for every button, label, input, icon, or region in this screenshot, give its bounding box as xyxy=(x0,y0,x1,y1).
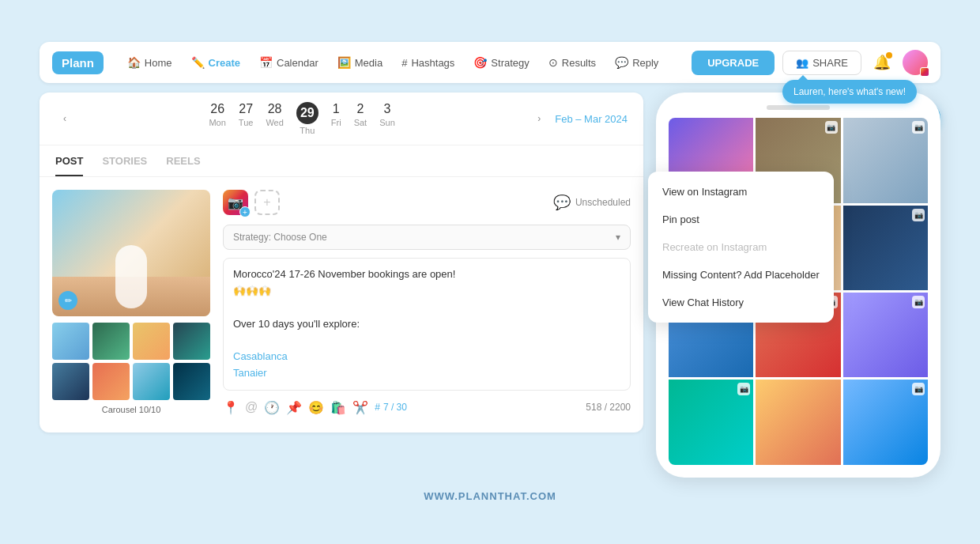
grid-photo-11[interactable] xyxy=(756,380,840,464)
chat-bubble-icon: 💬 xyxy=(553,194,571,211)
shopping-icon[interactable]: 🛍️ xyxy=(330,400,346,415)
calendar-day-fri[interactable]: 1 Fri xyxy=(331,102,341,135)
nav-item-hashtags[interactable]: # Hashtags xyxy=(394,52,462,74)
calendar-next-button[interactable]: › xyxy=(530,109,548,128)
emoji-icon[interactable]: 😊 xyxy=(308,400,324,415)
nav-item-create[interactable]: ✏️ Create xyxy=(183,51,248,74)
left-panel: ‹ 26 Mon 27 Tue 28 Wed xyxy=(40,93,643,433)
calendar-bar: ‹ 26 Mon 27 Tue 28 Wed xyxy=(40,93,643,145)
char-count: 518 / 2200 xyxy=(586,402,631,413)
grid-photo-9[interactable]: 📷 xyxy=(843,293,928,377)
add-account-button[interactable]: + xyxy=(254,190,280,215)
right-panel: 🔍 📷 📷 📷 📷 xyxy=(656,93,940,477)
ig-badge-3: 📷 xyxy=(912,121,925,134)
post-content: ✏ Carousel 10/10 xyxy=(40,177,643,433)
calendar-day-mon[interactable]: 26 Mon xyxy=(209,102,225,135)
nav-items: 🏠 Home ✏️ Create 📅 Calendar 🖼️ Media # H… xyxy=(119,51,692,74)
nav-logo[interactable]: Plann xyxy=(52,51,104,74)
thumb-1[interactable] xyxy=(52,323,89,360)
strategy-icon: 🎯 xyxy=(473,56,487,69)
nav-item-results[interactable]: ⊙ Results xyxy=(541,51,604,74)
location-icon[interactable]: 📍 xyxy=(223,400,239,415)
thumb-8[interactable] xyxy=(173,363,210,400)
upgrade-button[interactable]: UPGRADE xyxy=(692,51,775,75)
hashtag-icon: # xyxy=(401,57,407,69)
carousel-label: Carousel 10/10 xyxy=(52,405,210,414)
nav-item-calendar[interactable]: 📅 Calendar xyxy=(251,51,326,74)
phone-notch xyxy=(767,105,830,110)
grid-photo-10[interactable]: 📷 xyxy=(669,380,753,464)
calendar-month-range: Feb – Mar 2024 xyxy=(555,113,628,125)
thumb-4[interactable] xyxy=(173,323,210,360)
calendar-prev-button[interactable]: ‹ xyxy=(55,109,74,128)
tab-post[interactable]: POST xyxy=(55,155,83,176)
tab-reels[interactable]: REELS xyxy=(166,155,200,176)
thumb-5[interactable] xyxy=(52,363,89,400)
calendar-day-sun[interactable]: 3 Sun xyxy=(379,102,395,135)
grid-photo-12[interactable]: 📷 xyxy=(843,380,928,464)
strategy-dropdown[interactable]: Strategy: Choose One ▾ xyxy=(223,225,631,250)
tab-stories[interactable]: STORIES xyxy=(102,155,147,176)
calendar-day-wed[interactable]: 28 Wed xyxy=(266,102,283,135)
calendar-day-thu[interactable]: 29 Thu xyxy=(296,102,318,135)
footer-url: WWW.PLANNTHAT.COM xyxy=(40,490,940,502)
share-button[interactable]: 👥 SHARE xyxy=(782,51,861,75)
thumb-3[interactable] xyxy=(133,323,170,360)
clock-icon[interactable]: 🕐 xyxy=(264,400,280,415)
post-tabs: POST STORIES REELS xyxy=(40,145,643,177)
context-menu-item-pin-post[interactable]: Pin post xyxy=(648,206,834,233)
content-area: ‹ 26 Mon 27 Tue 28 Wed xyxy=(40,93,940,477)
context-menu-item-recreate: Recreate on Instagram xyxy=(648,233,834,261)
ig-badge-9: 📷 xyxy=(912,296,925,308)
results-icon: ⊙ xyxy=(548,56,558,69)
unscheduled-pill: 💬 Unscheduled xyxy=(553,194,631,211)
caption-top-bar: 📷 + + 💬 Unscheduled xyxy=(223,190,631,215)
calendar-day-sat[interactable]: 2 Sat xyxy=(354,102,368,135)
pin-icon[interactable]: 📌 xyxy=(286,400,302,415)
grid-photo-3[interactable]: 📷 xyxy=(843,118,928,202)
thumb-7[interactable] xyxy=(133,363,170,400)
add-account-plus-icon[interactable]: + xyxy=(239,206,251,217)
avatar-instagram-badge xyxy=(920,67,929,77)
share-people-icon: 👥 xyxy=(796,57,808,69)
context-menu-item-view-instagram[interactable]: View on Instagram xyxy=(648,178,834,206)
instagram-account-icon[interactable]: 📷 + xyxy=(223,190,248,215)
ig-badge-10: 📷 xyxy=(737,383,750,395)
notification-dot xyxy=(886,52,892,59)
calendar-day-tue[interactable]: 27 Tue xyxy=(239,102,254,135)
caption-text: Morocco'24 17-26 November bookings are o… xyxy=(233,266,620,382)
image-panel: ✏ Carousel 10/10 xyxy=(52,190,210,420)
context-menu-item-chat-history[interactable]: View Chat History xyxy=(648,289,834,316)
avatar[interactable] xyxy=(903,50,928,75)
chevron-down-icon: ▾ xyxy=(616,232,620,243)
hashtag-symbol: # xyxy=(375,402,380,413)
caption-textarea[interactable]: Morocco'24 17-26 November bookings are o… xyxy=(223,258,631,391)
nav-item-media[interactable]: 🖼️ Media xyxy=(330,51,390,74)
main-post-image[interactable]: ✏ xyxy=(52,190,210,316)
grid-photo-6[interactable]: 📷 xyxy=(843,206,928,290)
thumb-6[interactable] xyxy=(92,363,130,400)
ig-badge-6: 📷 xyxy=(912,209,925,221)
home-icon: 🏠 xyxy=(127,56,141,69)
nav-item-strategy[interactable]: 🎯 Strategy xyxy=(466,51,537,74)
thumb-2[interactable] xyxy=(92,323,130,360)
notification-bubble: Lauren, here's what's new! xyxy=(782,80,917,104)
media-icon: 🖼️ xyxy=(337,56,351,69)
pencil-icon: ✏️ xyxy=(191,56,205,69)
nav-item-reply[interactable]: 💬 Reply xyxy=(607,51,666,74)
ig-badge-2: 📷 xyxy=(825,121,838,134)
context-menu: View on Instagram Pin post Recreate on I… xyxy=(648,172,834,323)
mention-icon[interactable]: @ xyxy=(245,400,258,414)
nav-item-home[interactable]: 🏠 Home xyxy=(119,51,180,74)
hashtag-count: # 7 / 30 xyxy=(375,402,407,413)
caption-panel: 📷 + + 💬 Unscheduled Strategy: Choose One… xyxy=(223,190,631,420)
context-menu-item-placeholder[interactable]: Missing Content? Add Placeholder xyxy=(648,261,834,289)
reply-icon: 💬 xyxy=(615,56,628,69)
nav-right: UPGRADE 👥 SHARE 🔔 xyxy=(692,50,928,75)
caption-toolbar: 📍 @ 🕐 📌 😊 🛍️ ✂️ # 7 / 30 518 / 2200 xyxy=(223,395,631,420)
notifications-bell-icon[interactable]: 🔔 xyxy=(869,50,895,75)
ig-badge-12: 📷 xyxy=(912,383,925,395)
calendar-days: 26 Mon 27 Tue 28 Wed 29 Thu xyxy=(81,102,523,135)
thumbnail-grid xyxy=(52,323,210,400)
cross-icon[interactable]: ✂️ xyxy=(352,400,368,415)
